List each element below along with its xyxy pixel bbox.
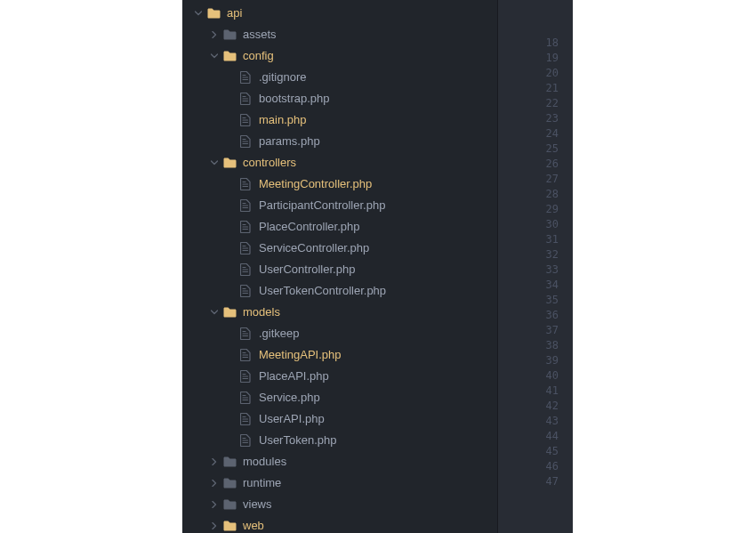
tree-folder[interactable]: modules — [182, 451, 497, 472]
line-number: 40 — [498, 368, 573, 384]
chevron-right-icon — [209, 522, 220, 529]
folder-icon — [222, 456, 237, 467]
file-icon — [238, 349, 253, 361]
folder-icon — [222, 521, 237, 531]
folder-icon — [206, 8, 221, 19]
line-number: 32 — [498, 247, 573, 262]
folder-icon — [222, 29, 237, 40]
tree-file[interactable]: UserController.php — [182, 259, 497, 280]
tree-item-label: PlaceController.php — [259, 216, 490, 238]
tree-file[interactable]: ParticipantController.php — [182, 195, 497, 216]
tree-item-label: params.php — [259, 131, 490, 152]
line-number: 33 — [498, 262, 573, 278]
line-number: 41 — [498, 384, 573, 399]
line-number: 25 — [498, 141, 573, 157]
line-number: 37 — [498, 323, 573, 338]
folder-icon — [222, 499, 237, 510]
tree-folder[interactable]: api — [182, 3, 497, 24]
tree-item-label: MeetingAPI.php — [259, 344, 490, 366]
tree-file[interactable]: Service.php — [182, 387, 497, 408]
chevron-down-icon — [209, 159, 220, 166]
tree-file[interactable]: bootstrap.php — [182, 88, 497, 109]
tree-item-label: modules — [243, 451, 490, 472]
tree-folder[interactable]: runtime — [182, 472, 497, 494]
tree-folder[interactable]: controllers — [182, 152, 497, 174]
line-number: 42 — [498, 399, 573, 414]
tree-item-label: config — [243, 45, 490, 67]
tree-file[interactable]: UserTokenController.php — [182, 280, 497, 302]
chevron-down-icon — [193, 10, 204, 17]
tree-file[interactable]: main.php — [182, 109, 497, 131]
line-number: 34 — [498, 278, 573, 293]
chevron-down-icon — [209, 309, 220, 316]
line-number: 30 — [498, 217, 573, 232]
file-icon — [238, 413, 253, 425]
tree-file[interactable]: ServiceController.php — [182, 238, 497, 259]
tree-file[interactable]: UserToken.php — [182, 430, 497, 451]
tree-file[interactable]: params.php — [182, 131, 497, 152]
tree-item-label: UserAPI.php — [259, 408, 490, 430]
tree-item-label: Service.php — [259, 387, 490, 408]
file-icon — [238, 285, 253, 297]
chevron-right-icon — [209, 31, 220, 38]
file-icon — [238, 71, 253, 84]
tree-item-label: runtime — [243, 472, 490, 494]
tree-item-label: web — [243, 515, 490, 533]
line-number: 36 — [498, 308, 573, 323]
tree-file[interactable]: .gitignore — [182, 67, 497, 88]
file-icon — [238, 93, 253, 105]
file-icon — [238, 392, 253, 404]
file-icon — [238, 263, 253, 276]
tree-item-label: controllers — [243, 152, 490, 174]
line-number: 43 — [498, 414, 573, 429]
tree-item-label: MeetingController.php — [259, 174, 490, 195]
file-tree: apiassetsconfig.gitignorebootstrap.phpma… — [182, 0, 497, 533]
file-icon — [238, 370, 253, 383]
line-number: 44 — [498, 429, 573, 444]
file-icon — [238, 327, 253, 340]
line-number: 29 — [498, 202, 573, 217]
tree-item-label: views — [243, 494, 490, 515]
tree-item-label: assets — [243, 24, 490, 45]
chevron-right-icon — [209, 458, 220, 465]
tree-folder[interactable]: web — [182, 515, 497, 533]
tree-item-label: ParticipantController.php — [259, 195, 490, 216]
tree-folder[interactable]: views — [182, 494, 497, 515]
folder-icon — [222, 478, 237, 489]
line-number: 46 — [498, 459, 573, 474]
line-number: 28 — [498, 187, 573, 202]
tree-item-label: PlaceAPI.php — [259, 366, 490, 387]
line-number: 39 — [498, 353, 573, 368]
tree-item-label: ServiceController.php — [259, 238, 490, 259]
tree-item-label: api — [227, 3, 490, 24]
folder-icon — [222, 157, 237, 168]
tree-file[interactable]: .gitkeep — [182, 323, 497, 344]
tree-folder[interactable]: config — [182, 45, 497, 67]
line-number: 45 — [498, 444, 573, 459]
chevron-right-icon — [209, 501, 220, 508]
tree-file[interactable]: MeetingController.php — [182, 174, 497, 195]
tree-file[interactable]: MeetingAPI.php — [182, 344, 497, 366]
chevron-right-icon — [209, 480, 220, 487]
tree-file[interactable]: PlaceController.php — [182, 216, 497, 238]
tree-item-label: bootstrap.php — [259, 88, 490, 109]
line-number: 24 — [498, 126, 573, 141]
folder-icon — [222, 51, 237, 61]
tree-item-label: UserToken.php — [259, 430, 490, 451]
line-number: 19 — [498, 51, 573, 66]
tree-file[interactable]: PlaceAPI.php — [182, 366, 497, 387]
file-icon — [238, 135, 253, 148]
file-icon — [238, 114, 253, 126]
line-number: 26 — [498, 157, 573, 172]
chevron-down-icon — [209, 52, 220, 60]
line-number: 23 — [498, 111, 573, 126]
tree-folder[interactable]: assets — [182, 24, 497, 45]
tree-file[interactable]: UserAPI.php — [182, 408, 497, 430]
line-number: 38 — [498, 338, 573, 353]
tree-item-label: models — [243, 302, 490, 323]
tree-item-label: UserController.php — [259, 259, 490, 280]
file-icon — [238, 221, 253, 233]
editor-gutter: 1819202122232425262728293031323334353637… — [497, 0, 573, 533]
line-number: 21 — [498, 81, 573, 96]
tree-folder[interactable]: models — [182, 302, 497, 323]
